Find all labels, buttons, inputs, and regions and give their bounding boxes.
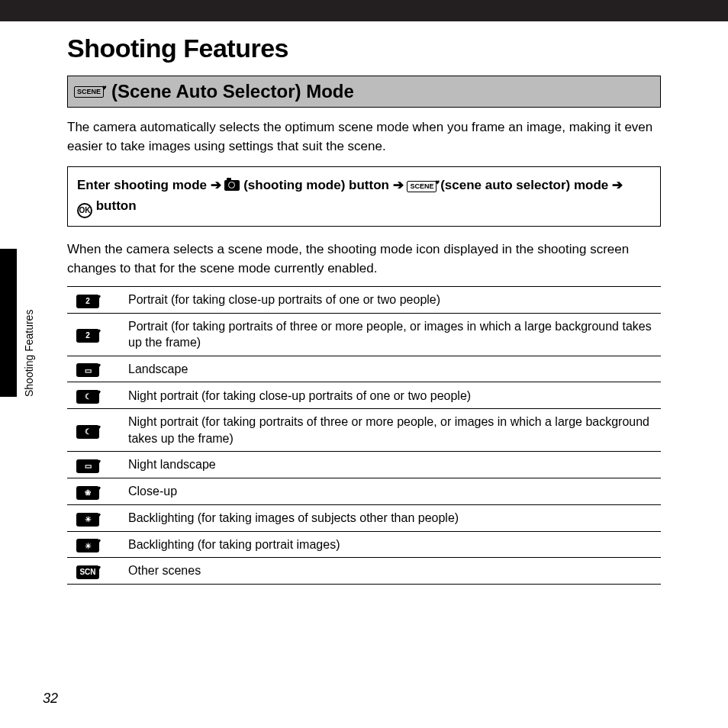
scene-auto-icon: SCENE♥ [407, 181, 436, 192]
mode-badge-icon: ☀♥ [76, 513, 99, 527]
mode-badge-icon: ▭♥ [76, 363, 99, 377]
mode-badge-icon: 2♥ [76, 329, 99, 343]
mode-description: Night portrait (for taking portraits of … [122, 409, 661, 452]
mode-badge-icon: ☾♥ [76, 425, 99, 439]
nav-part-4: button [96, 198, 137, 213]
table-row: 2♥Portrait (for taking close-up portrait… [67, 286, 661, 313]
page-number: 32 [43, 691, 58, 707]
scene-mode-table: 2♥Portrait (for taking close-up portrait… [67, 286, 661, 585]
mode-badge-icon: ☀♥ [76, 539, 99, 552]
ok-button-icon: OK [77, 203, 92, 218]
table-row: ☀♥Backlighting (for taking portrait imag… [67, 531, 661, 558]
mode-icon-cell: SCN♥ [67, 558, 122, 585]
page-content: Shooting Features SCENE♥ (Scene Auto Sel… [0, 21, 728, 585]
mode-badge-icon: SCN♥ [76, 565, 99, 579]
chapter-title: Shooting Features [67, 34, 661, 63]
mode-icon-cell: ☀♥ [67, 531, 122, 558]
arrow-icon: ➔ [612, 178, 623, 192]
mode-description: Portrait (for taking portraits of three … [122, 313, 661, 356]
mode-icon-cell: 2♥ [67, 313, 122, 356]
mode-description: Close-up [122, 478, 661, 505]
table-row: ❀♥Close-up [67, 478, 661, 505]
mode-icon-cell: ▭♥ [67, 356, 122, 382]
mode-description: Landscape [122, 356, 661, 382]
after-navigation-paragraph: When the camera selects a scene mode, th… [67, 240, 661, 278]
mode-icon-cell: ☾♥ [67, 409, 122, 452]
mode-badge-icon: ❀♥ [76, 486, 99, 500]
scene-auto-icon: SCENE♥ [74, 86, 104, 98]
arrow-icon: ➔ [211, 178, 225, 192]
mode-description: Backlighting (for taking portrait images… [122, 531, 661, 558]
section-heading-text: (Scene Auto Selector) Mode [111, 81, 354, 102]
table-row: ▭♥Night landscape [67, 452, 661, 478]
table-row: ▭♥Landscape [67, 356, 661, 382]
intro-paragraph: The camera automatically selects the opt… [67, 118, 661, 156]
mode-description: Portrait (for taking close-up portraits … [122, 286, 661, 313]
mode-badge-icon: 2♥ [76, 295, 99, 308]
navigation-path-box: Enter shooting mode ➔ (shooting mode) bu… [67, 166, 661, 227]
mode-description: Night portrait (for taking close-up port… [122, 382, 661, 409]
table-row: ☾♥Night portrait (for taking portraits o… [67, 409, 661, 452]
mode-icon-cell: 2♥ [67, 286, 122, 313]
table-row: ☾♥Night portrait (for taking close-up po… [67, 382, 661, 409]
nav-part-1: Enter shooting mode [77, 178, 207, 192]
mode-description: Night landscape [122, 452, 661, 478]
mode-icon-cell: ☀♥ [67, 504, 122, 531]
mode-icon-cell: ☾♥ [67, 382, 122, 409]
table-row: SCN♥Other scenes [67, 558, 661, 585]
top-dark-bar [0, 0, 728, 21]
mode-description: Backlighting (for taking images of subje… [122, 504, 661, 531]
mode-badge-icon: ☾♥ [76, 390, 99, 404]
arrow-icon: ➔ [393, 178, 407, 192]
table-row: ☀♥Backlighting (for taking images of sub… [67, 504, 661, 531]
mode-description: Other scenes [122, 558, 661, 585]
section-heading: SCENE♥ (Scene Auto Selector) Mode [67, 76, 661, 108]
mode-badge-icon: ▭♥ [76, 459, 99, 473]
mode-icon-cell: ❀♥ [67, 478, 122, 505]
table-row: 2♥Portrait (for taking portraits of thre… [67, 313, 661, 356]
mode-icon-cell: ▭♥ [67, 452, 122, 478]
nav-part-2: (shooting mode) button [243, 178, 389, 192]
camera-icon [224, 180, 240, 191]
nav-part-3: (scene auto selector) mode [440, 178, 608, 192]
